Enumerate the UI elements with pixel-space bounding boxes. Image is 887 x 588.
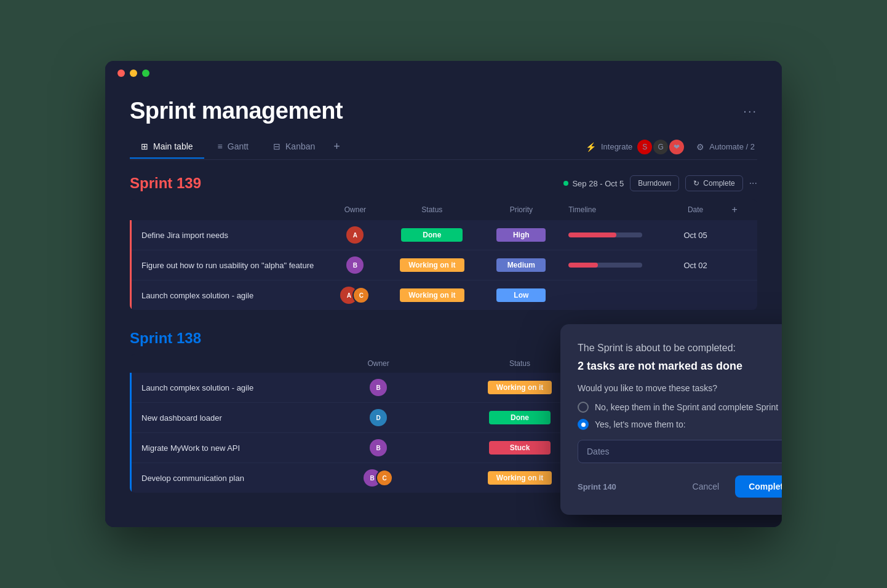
task-date-cell: Oct 05 [672, 220, 720, 250]
task-priority-cell[interactable]: Low [481, 280, 561, 311]
modal-actions: Cancel Complete [683, 475, 782, 498]
task-owner-cell: BC [328, 463, 429, 493]
complete-label: Complete [703, 179, 734, 188]
burndown-button[interactable]: Burndown [630, 175, 679, 191]
app-window: Sprint management ··· ⊞ Main table ≡ Gan… [105, 61, 782, 527]
tab-gantt-label: Gantt [228, 141, 249, 151]
task-name-cell: New dashboard loader [131, 403, 328, 433]
more-menu-button[interactable]: ··· [743, 104, 757, 118]
task-name-cell: Migrate MyWork to new API [131, 433, 328, 463]
radio-keep-label: No, keep them in the Sprint and complete… [595, 402, 778, 412]
table-row: Launch complex solution - agileACWorking… [131, 280, 758, 311]
task-owner-cell: D [328, 403, 429, 433]
avatar: A [346, 226, 364, 244]
table-row: Define Jira import needsADoneHighOct 05 [131, 220, 758, 250]
tab-main-table[interactable]: ⊞ Main table [130, 135, 204, 159]
sprint-139-header: Sprint 139 Sep 28 - Oct 5 Burndown ↻ Com… [130, 175, 757, 192]
col-priority: Priority [481, 199, 561, 220]
task-status-cell[interactable]: Working on it [383, 250, 481, 280]
sprint-139-section: Sprint 139 Sep 28 - Oct 5 Burndown ↻ Com… [130, 175, 757, 310]
col-owner: Owner [328, 199, 383, 220]
tab-gantt[interactable]: ≡ Gantt [207, 135, 260, 159]
app-header: Sprint management ··· ⊞ Main table ≡ Gan… [105, 85, 782, 160]
radio-move-label: Yes, let's move them to: [595, 419, 686, 429]
gantt-icon: ≡ [218, 141, 223, 151]
avatar: C [376, 469, 393, 487]
task-name-cell: Define Jira import needs [131, 220, 328, 250]
sprint-139-date-label: Sep 28 - Oct 5 [572, 179, 624, 188]
slack-icon: S [637, 140, 652, 154]
traffic-dot-red [117, 70, 125, 77]
tab-kanban[interactable]: ⊟ Kanban [262, 135, 326, 159]
traffic-dot-green [142, 70, 149, 77]
task-status-cell[interactable]: Done [383, 220, 481, 250]
sprint-138-title: Sprint 138 [130, 330, 201, 347]
task-status-cell[interactable]: Working on it [383, 280, 481, 311]
task-date-cell: Oct 02 [672, 250, 720, 280]
titlebar [105, 61, 782, 85]
col-task-name [131, 199, 328, 220]
task-name-cell: Launch complex solution - agile [131, 373, 328, 403]
table-icon: ⊞ [141, 141, 148, 151]
modal-subtitle: Would you like to move these tasks? [578, 383, 782, 393]
modal-title: The Sprint is about to be completed: [578, 341, 782, 355]
active-dot [563, 181, 568, 186]
task-priority-cell[interactable]: Medium [481, 250, 561, 280]
task-extra-cell [719, 280, 757, 311]
task-extra-cell [719, 220, 757, 250]
col-date: Date [672, 199, 720, 220]
task-extra-cell [719, 250, 757, 280]
sprint-139-more-button[interactable]: ··· [749, 178, 757, 189]
complete-button[interactable]: Complete [735, 475, 782, 498]
avatar: D [370, 409, 387, 426]
add-tab-button[interactable]: + [328, 134, 345, 159]
sprint-139-title: Sprint 139 [130, 175, 201, 192]
task-date-cell [672, 280, 720, 311]
integrate-icon: ⚡ [586, 142, 596, 152]
task-owner-cell: A [328, 220, 383, 250]
github-icon: G [653, 140, 668, 154]
avatar: B [346, 256, 364, 274]
radio-keep-circle [578, 402, 589, 413]
move-to-dropdown[interactable]: Dates ▾ [578, 440, 782, 463]
task-timeline-cell [561, 250, 672, 280]
other-icon: ❤ [669, 140, 684, 154]
radio-move[interactable]: Yes, let's move them to: [578, 419, 782, 430]
sprint-139-table: Owner Status Priority Timeline Date + De… [130, 199, 757, 310]
avatar: B [370, 379, 387, 396]
task-owner-cell: B [328, 373, 429, 403]
traffic-dot-yellow [130, 70, 137, 77]
cancel-button[interactable]: Cancel [683, 475, 730, 498]
radio-keep[interactable]: No, keep them in the Sprint and complete… [578, 402, 782, 413]
task-owner-cell: AC [328, 280, 383, 311]
automate-button[interactable]: ⚙ Automate / 2 [696, 142, 755, 152]
tab-kanban-label: Kanban [285, 141, 315, 151]
task-name-cell: Develop communication plan [131, 463, 328, 493]
complete-sprint-button[interactable]: ↻ Complete [685, 175, 742, 191]
app-title: Sprint management [130, 98, 343, 124]
sprint-139-table-header: Owner Status Priority Timeline Date + [131, 199, 758, 220]
avatar: B [370, 439, 387, 456]
sprint-139-date: Sep 28 - Oct 5 [563, 179, 624, 188]
automate-icon: ⚙ [696, 142, 704, 152]
task-priority-cell[interactable]: High [481, 220, 561, 250]
automate-label: Automate / 2 [709, 142, 755, 151]
kanban-icon: ⊟ [273, 141, 280, 151]
modal-footer: Sprint 140 Cancel Complete [578, 475, 782, 498]
task-timeline-cell [561, 220, 672, 250]
integrate-button[interactable]: ⚡ Integrate S G ❤ [586, 140, 684, 154]
tab-main-table-label: Main table [153, 141, 193, 151]
add-column-button[interactable]: + [726, 202, 742, 217]
radio-move-circle [578, 419, 589, 430]
complete-sprint-modal: ✕ The Sprint is about to be completed: 2… [560, 324, 782, 515]
integrate-icons: S G ❤ [637, 140, 684, 154]
col-status: Status [383, 199, 481, 220]
modal-title-bold: 2 tasks are not marked as done [578, 359, 782, 373]
sprint-139-controls: Sep 28 - Oct 5 Burndown ↻ Complete ··· [563, 175, 757, 191]
app-title-row: Sprint management ··· [130, 98, 757, 124]
tabs-right: ⚡ Integrate S G ❤ ⚙ Automate / 2 [586, 140, 757, 154]
col-timeline: Timeline [561, 199, 672, 220]
col-owner-138: Owner [328, 354, 429, 373]
task-timeline-cell [561, 280, 672, 311]
col-task-name-138 [131, 354, 328, 373]
